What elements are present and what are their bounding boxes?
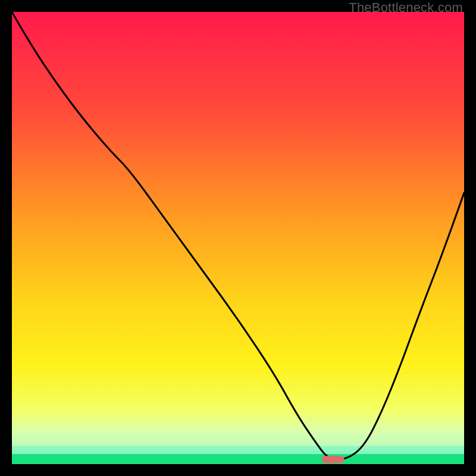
bottleneck-chart <box>12 12 464 464</box>
gradient-background <box>12 12 464 464</box>
svg-rect-3 <box>12 454 464 464</box>
plot-area <box>12 12 464 464</box>
bottom-stripe-bands <box>12 433 464 464</box>
chart-frame: TheBottleneck.com <box>0 0 476 476</box>
svg-rect-1 <box>12 433 464 446</box>
optimal-point-marker <box>322 456 345 463</box>
svg-rect-2 <box>12 446 464 455</box>
